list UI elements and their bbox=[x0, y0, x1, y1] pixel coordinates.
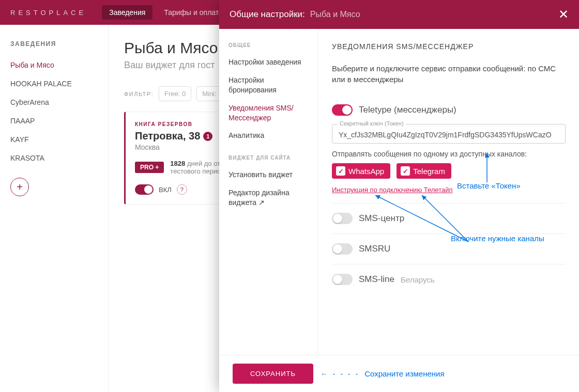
modal-body: ОБЩЕЕ Настройки заведения Настройки брон… bbox=[219, 29, 579, 355]
smsline-toggle[interactable] bbox=[332, 274, 353, 285]
save-button[interactable]: СОХРАНИТЬ bbox=[233, 364, 313, 384]
modal-side-item-notifications[interactable]: Уведомления SMS/Мессенджер bbox=[228, 99, 309, 127]
modal-subtitle: Рыба и Мясо bbox=[310, 10, 360, 19]
top-nav: Заведения Тарифы и оплата bbox=[102, 5, 230, 20]
left-sidebar: ЗАВЕДЕНИЯ Рыба и Мясо HOOKAH PALACE Cybe… bbox=[0, 25, 109, 392]
card-toggle[interactable] bbox=[135, 184, 154, 195]
provider-teletype: Teletype (мессенджеры) Секретный ключ (Т… bbox=[332, 95, 566, 203]
filter-label: ФИЛЬТР: bbox=[124, 91, 154, 97]
modal-header: Общие настройки: Рыба и Мясо ✕ bbox=[219, 0, 579, 29]
teletype-toggle[interactable] bbox=[332, 104, 353, 116]
modal-side-item-analytics[interactable]: Аналитика bbox=[228, 127, 309, 145]
modal-side-heading: ОБЩЕЕ bbox=[228, 42, 309, 48]
sms-center-toggle[interactable] bbox=[332, 213, 353, 224]
sidebar-list: Рыба и Мясо HOOKAH PALACE CyberArena ПАА… bbox=[10, 56, 108, 167]
help-icon[interactable]: ? bbox=[177, 184, 187, 195]
sidebar-item[interactable]: KRASOTA bbox=[10, 149, 108, 167]
section-title: УВЕДОМЛЕНИЯ SMS/МЕССЕНДЖЕР bbox=[332, 42, 566, 51]
modal-title: Общие настройки: bbox=[230, 9, 305, 20]
card-badge: 1 bbox=[203, 132, 212, 141]
card-days-text2: тестового перио bbox=[170, 167, 221, 175]
nav-establishments[interactable]: Заведения bbox=[102, 5, 153, 20]
sidebar-item[interactable]: KAYF bbox=[10, 130, 108, 149]
annotation-arrow-dashes: ← - - - - bbox=[321, 370, 359, 378]
modal-main: УВЕДОМЛЕНИЯ SMS/МЕССЕНДЖЕР Выберите и по… bbox=[318, 29, 579, 355]
smsline-sub: Беларусь bbox=[401, 275, 435, 284]
card-days: 1828 bbox=[170, 160, 185, 167]
sidebar-item[interactable]: ПАААР bbox=[10, 112, 108, 130]
modal-side-item-design[interactable]: Редактор дизайна виджета ↗ bbox=[228, 184, 309, 212]
card-info: 1828 дней до от тестового перио bbox=[170, 160, 221, 175]
card-title-text: Петровка, 38 bbox=[135, 130, 200, 142]
channel-whatsapp[interactable]: ✓ WhatsApp bbox=[332, 163, 390, 179]
sidebar-item[interactable]: Рыба и Мясо bbox=[10, 56, 108, 74]
channel-label: WhatsApp bbox=[348, 167, 384, 176]
modal-side-item-settings[interactable]: Настройки заведения bbox=[228, 53, 309, 71]
check-icon: ✓ bbox=[336, 166, 345, 176]
channels-label: Отправлять сообщения по одному из доступ… bbox=[332, 150, 566, 158]
modal-footer: СОХРАНИТЬ ← - - - - Сохраните изменения bbox=[219, 355, 579, 392]
token-field: Секретный ключ (Токен) bbox=[332, 124, 566, 144]
sidebar-item[interactable]: HOOKAH PALACE bbox=[10, 74, 108, 93]
modal-sidebar: ОБЩЕЕ Настройки заведения Настройки брон… bbox=[219, 29, 318, 355]
close-icon[interactable]: ✕ bbox=[558, 7, 569, 22]
filter-chip[interactable]: Free: 0 bbox=[159, 86, 191, 101]
sms-center-name: SMS-центр bbox=[359, 213, 404, 224]
smsru-toggle[interactable] bbox=[332, 243, 353, 255]
modal-side-item-install[interactable]: Установить виджет bbox=[228, 166, 309, 184]
add-establishment-button[interactable]: + bbox=[10, 178, 29, 196]
pro-badge: PRO + bbox=[135, 162, 164, 173]
card-days-text: дней до от bbox=[187, 160, 220, 167]
filter-chip[interactable]: Mini: bbox=[196, 86, 222, 101]
channel-label: Telegram bbox=[413, 167, 445, 176]
channel-telegram[interactable]: ✓ Telegram bbox=[397, 163, 451, 179]
card-toggle-label: ВКЛ bbox=[159, 186, 172, 194]
smsru-name: SMSRU bbox=[359, 244, 390, 254]
token-input[interactable] bbox=[339, 131, 559, 139]
provider-smsline: SMS-line Беларусь bbox=[332, 264, 566, 294]
smsline-name: SMS-line bbox=[359, 274, 394, 285]
provider-sms-center: SMS-центр bbox=[332, 203, 566, 233]
modal-side-heading: ВИДЖЕТ ДЛЯ САЙТА bbox=[228, 155, 309, 161]
token-label: Секретный ключ (Токен) bbox=[338, 120, 406, 127]
sidebar-item[interactable]: CyberArena bbox=[10, 93, 108, 112]
logo: RESTOPLACE bbox=[10, 9, 86, 17]
modal-side-item-booking[interactable]: Настройки бронирования bbox=[228, 71, 309, 99]
teletype-name: Teletype (мессенджеры) bbox=[359, 105, 456, 115]
settings-modal: Общие настройки: Рыба и Мясо ✕ ОБЩЕЕ Нас… bbox=[219, 0, 579, 392]
instruction-link[interactable]: Инструкция по подключению Телетайп bbox=[332, 186, 452, 194]
check-icon: ✓ bbox=[401, 166, 410, 176]
provider-smsru: SMSRU bbox=[332, 233, 566, 264]
annotation-save: Сохраните изменения bbox=[364, 369, 444, 379]
sidebar-heading: ЗАВЕДЕНИЯ bbox=[10, 40, 108, 48]
section-desc: Выберите и подключите сервис отправки со… bbox=[332, 63, 566, 85]
channels: ✓ WhatsApp ✓ Telegram bbox=[332, 163, 566, 179]
